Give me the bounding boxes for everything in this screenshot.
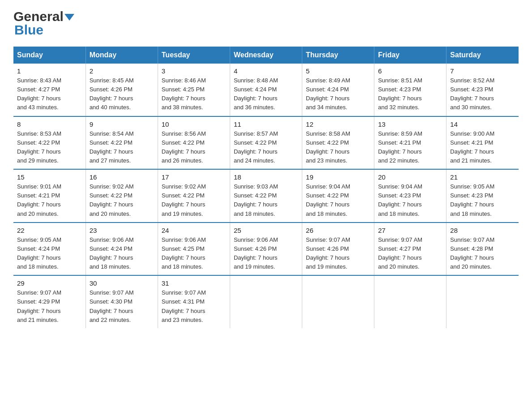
week-row-4: 22Sunrise: 9:05 AMSunset: 4:24 PMDayligh… — [13, 223, 519, 276]
day-number: 28 — [450, 227, 515, 234]
day-number: 14 — [450, 120, 515, 128]
day-number: 20 — [378, 173, 442, 181]
day-cell-3: 3Sunrise: 8:46 AMSunset: 4:25 PMDaylight… — [158, 64, 230, 116]
day-number: 25 — [234, 227, 298, 234]
day-cell-16: 16Sunrise: 9:02 AMSunset: 4:22 PMDayligh… — [86, 169, 158, 223]
day-number: 30 — [90, 279, 154, 287]
weekday-header-wednesday: Wednesday — [230, 47, 302, 64]
day-number: 15 — [17, 173, 82, 181]
day-number: 26 — [306, 227, 370, 234]
day-number: 17 — [162, 173, 226, 181]
day-cell-31: 31Sunrise: 9:07 AMSunset: 4:31 PMDayligh… — [158, 275, 230, 328]
week-row-1: 1Sunrise: 8:43 AMSunset: 4:27 PMDaylight… — [13, 64, 519, 116]
weekday-header-tuesday: Tuesday — [158, 47, 230, 64]
weekday-header-sunday: Sunday — [13, 47, 86, 64]
day-info: Sunrise: 8:53 AMSunset: 4:22 PMDaylight:… — [17, 129, 82, 166]
day-info: Sunrise: 9:04 AMSunset: 4:23 PMDaylight:… — [378, 182, 442, 218]
empty-cell-w4-c4 — [302, 275, 374, 328]
day-info: Sunrise: 9:07 AMSunset: 4:28 PMDaylight:… — [450, 235, 515, 272]
day-info: Sunrise: 9:07 AMSunset: 4:29 PMDaylight:… — [17, 288, 82, 325]
day-number: 18 — [234, 173, 298, 181]
day-info: Sunrise: 8:45 AMSunset: 4:26 PMDaylight:… — [90, 76, 154, 112]
day-number: 13 — [378, 120, 442, 128]
day-number: 22 — [17, 227, 82, 234]
day-info: Sunrise: 8:48 AMSunset: 4:24 PMDaylight:… — [234, 76, 298, 112]
day-info: Sunrise: 9:01 AMSunset: 4:21 PMDaylight:… — [17, 182, 82, 218]
day-number: 7 — [450, 67, 515, 75]
day-number: 6 — [378, 67, 442, 75]
logo: General Blue — [13, 9, 74, 38]
day-number: 5 — [306, 67, 370, 75]
day-info: Sunrise: 8:56 AMSunset: 4:22 PMDaylight:… — [162, 129, 226, 166]
logo-text-blue: Blue — [13, 22, 43, 38]
day-cell-23: 23Sunrise: 9:06 AMSunset: 4:24 PMDayligh… — [86, 223, 158, 276]
weekday-header-row: SundayMondayTuesdayWednesdayThursdayFrid… — [13, 47, 519, 64]
day-info: Sunrise: 9:02 AMSunset: 4:22 PMDaylight:… — [90, 182, 154, 218]
day-info: Sunrise: 8:43 AMSunset: 4:27 PMDaylight:… — [17, 76, 82, 112]
calendar-table: SundayMondayTuesdayWednesdayThursdayFrid… — [13, 47, 519, 328]
empty-cell-w4-c5 — [374, 275, 446, 328]
day-number: 4 — [234, 67, 298, 75]
day-cell-2: 2Sunrise: 8:45 AMSunset: 4:26 PMDaylight… — [86, 64, 158, 116]
day-cell-1: 1Sunrise: 8:43 AMSunset: 4:27 PMDaylight… — [13, 64, 86, 116]
day-cell-6: 6Sunrise: 8:51 AMSunset: 4:23 PMDaylight… — [374, 64, 446, 116]
day-info: Sunrise: 8:58 AMSunset: 4:22 PMDaylight:… — [306, 129, 370, 166]
day-cell-12: 12Sunrise: 8:58 AMSunset: 4:22 PMDayligh… — [302, 116, 374, 170]
day-info: Sunrise: 9:02 AMSunset: 4:22 PMDaylight:… — [162, 182, 226, 218]
week-row-2: 8Sunrise: 8:53 AMSunset: 4:22 PMDaylight… — [13, 116, 519, 170]
day-info: Sunrise: 8:51 AMSunset: 4:23 PMDaylight:… — [378, 76, 442, 112]
day-cell-17: 17Sunrise: 9:02 AMSunset: 4:22 PMDayligh… — [158, 169, 230, 223]
day-cell-26: 26Sunrise: 9:07 AMSunset: 4:26 PMDayligh… — [302, 223, 374, 276]
day-info: Sunrise: 8:52 AMSunset: 4:23 PMDaylight:… — [450, 76, 515, 112]
day-info: Sunrise: 9:07 AMSunset: 4:31 PMDaylight:… — [162, 288, 226, 325]
day-cell-11: 11Sunrise: 8:57 AMSunset: 4:22 PMDayligh… — [230, 116, 302, 170]
day-info: Sunrise: 9:07 AMSunset: 4:27 PMDaylight:… — [378, 235, 442, 272]
day-cell-25: 25Sunrise: 9:06 AMSunset: 4:26 PMDayligh… — [230, 223, 302, 276]
day-info: Sunrise: 9:05 AMSunset: 4:23 PMDaylight:… — [450, 182, 515, 218]
day-cell-28: 28Sunrise: 9:07 AMSunset: 4:28 PMDayligh… — [446, 223, 519, 276]
day-number: 27 — [378, 227, 442, 234]
day-number: 19 — [306, 173, 370, 181]
day-cell-24: 24Sunrise: 9:06 AMSunset: 4:25 PMDayligh… — [158, 223, 230, 276]
week-row-5: 29Sunrise: 9:07 AMSunset: 4:29 PMDayligh… — [13, 275, 519, 328]
day-info: Sunrise: 9:07 AMSunset: 4:30 PMDaylight:… — [90, 288, 154, 325]
day-cell-22: 22Sunrise: 9:05 AMSunset: 4:24 PMDayligh… — [13, 223, 86, 276]
logo-text-general: General — [13, 9, 64, 24]
day-cell-19: 19Sunrise: 9:04 AMSunset: 4:22 PMDayligh… — [302, 169, 374, 223]
empty-cell-w4-c3 — [230, 275, 302, 328]
day-number: 29 — [17, 279, 82, 287]
day-info: Sunrise: 8:57 AMSunset: 4:22 PMDaylight:… — [234, 129, 298, 166]
day-cell-14: 14Sunrise: 9:00 AMSunset: 4:21 PMDayligh… — [446, 116, 519, 170]
day-number: 11 — [234, 120, 298, 128]
day-cell-30: 30Sunrise: 9:07 AMSunset: 4:30 PMDayligh… — [86, 275, 158, 328]
day-number: 2 — [90, 67, 154, 75]
day-cell-27: 27Sunrise: 9:07 AMSunset: 4:27 PMDayligh… — [374, 223, 446, 276]
day-number: 16 — [90, 173, 154, 181]
day-number: 24 — [162, 227, 226, 234]
day-number: 1 — [17, 67, 82, 75]
week-row-3: 15Sunrise: 9:01 AMSunset: 4:21 PMDayligh… — [13, 169, 519, 223]
day-number: 9 — [90, 120, 154, 128]
day-cell-15: 15Sunrise: 9:01 AMSunset: 4:21 PMDayligh… — [13, 169, 86, 223]
day-cell-20: 20Sunrise: 9:04 AMSunset: 4:23 PMDayligh… — [374, 169, 446, 223]
weekday-header-thursday: Thursday — [302, 47, 374, 64]
day-cell-5: 5Sunrise: 8:49 AMSunset: 4:24 PMDaylight… — [302, 64, 374, 116]
day-info: Sunrise: 9:06 AMSunset: 4:25 PMDaylight:… — [162, 235, 226, 272]
day-cell-7: 7Sunrise: 8:52 AMSunset: 4:23 PMDaylight… — [446, 64, 519, 116]
day-cell-29: 29Sunrise: 9:07 AMSunset: 4:29 PMDayligh… — [13, 275, 86, 328]
day-cell-18: 18Sunrise: 9:03 AMSunset: 4:22 PMDayligh… — [230, 169, 302, 223]
page-header: General Blue — [13, 9, 519, 38]
day-info: Sunrise: 9:07 AMSunset: 4:26 PMDaylight:… — [306, 235, 370, 272]
day-number: 3 — [162, 67, 226, 75]
day-cell-13: 13Sunrise: 8:59 AMSunset: 4:21 PMDayligh… — [374, 116, 446, 170]
day-cell-9: 9Sunrise: 8:54 AMSunset: 4:22 PMDaylight… — [86, 116, 158, 170]
day-number: 8 — [17, 120, 82, 128]
day-cell-10: 10Sunrise: 8:56 AMSunset: 4:22 PMDayligh… — [158, 116, 230, 170]
day-info: Sunrise: 9:05 AMSunset: 4:24 PMDaylight:… — [17, 235, 82, 272]
day-number: 10 — [162, 120, 226, 128]
day-number: 23 — [90, 227, 154, 234]
day-number: 31 — [162, 279, 226, 287]
day-info: Sunrise: 9:04 AMSunset: 4:22 PMDaylight:… — [306, 182, 370, 218]
day-info: Sunrise: 8:46 AMSunset: 4:25 PMDaylight:… — [162, 76, 226, 112]
weekday-header-saturday: Saturday — [446, 47, 519, 64]
